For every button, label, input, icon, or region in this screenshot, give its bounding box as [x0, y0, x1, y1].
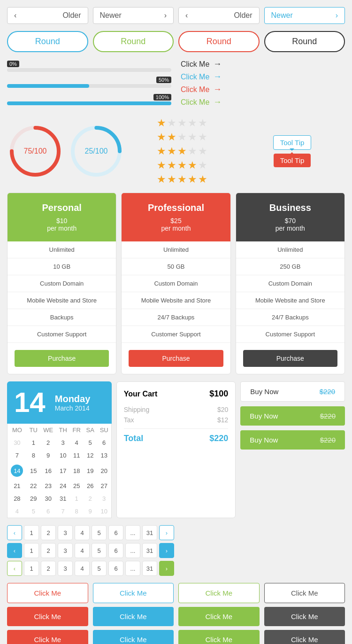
star[interactable]: ★: [157, 173, 166, 186]
page-next-2[interactable]: ›: [159, 543, 174, 558]
calendar-day-cell[interactable]: 14: [8, 462, 27, 480]
page-2-31[interactable]: 31: [142, 543, 157, 558]
calendar-day-cell[interactable]: 21: [8, 480, 27, 492]
clickme-outline-dark[interactable]: Click Me: [264, 583, 345, 603]
page-2-3[interactable]: 3: [58, 543, 73, 558]
progress-bar-bg-2[interactable]: [7, 84, 171, 88]
calendar-day-cell[interactable]: 24: [56, 480, 70, 492]
clickme-solid-red-2[interactable]: Click Me: [7, 630, 88, 644]
calendar-day-cell[interactable]: 10: [97, 505, 111, 518]
page-prev-3[interactable]: ‹: [7, 561, 22, 576]
calendar-day-cell[interactable]: 22: [27, 480, 40, 492]
star[interactable]: ★: [198, 159, 207, 171]
page-3-6[interactable]: 6: [108, 561, 123, 576]
calendar-day-cell[interactable]: 7: [56, 505, 70, 518]
clickme-black[interactable]: Click Me →: [181, 59, 345, 69]
star[interactable]: ★: [157, 117, 166, 129]
calendar-day-cell[interactable]: 19: [84, 462, 97, 480]
calendar-day-cell[interactable]: 6: [40, 505, 56, 518]
page-next-3[interactable]: ›: [159, 561, 174, 576]
page-1-31[interactable]: 31: [142, 525, 157, 540]
star[interactable]: ★: [167, 173, 176, 186]
calendar-day-cell[interactable]: 27: [97, 480, 111, 492]
page-3-3[interactable]: 3: [58, 561, 73, 576]
clickme-solid-dark-2[interactable]: Click Me: [264, 630, 345, 644]
calendar-day-cell[interactable]: 28: [8, 492, 27, 505]
clickme-solid-red-1[interactable]: Click Me: [7, 607, 88, 626]
calendar-day-cell[interactable]: 11: [70, 449, 84, 462]
calendar-day-cell[interactable]: 15: [27, 462, 40, 480]
calendar-day-cell[interactable]: 1: [70, 492, 84, 505]
calendar-day-cell[interactable]: 9: [84, 505, 97, 518]
older-btn-2[interactable]: ‹ Older: [178, 7, 260, 24]
round-btn-blue[interactable]: Round: [7, 31, 88, 52]
calendar-day-cell[interactable]: 4: [70, 436, 84, 449]
clickme-outline-red[interactable]: Click Me: [7, 583, 88, 603]
star[interactable]: ★: [198, 117, 207, 129]
calendar-day-cell[interactable]: 3: [56, 436, 70, 449]
page-3-5[interactable]: 5: [92, 561, 107, 576]
newer-btn-2[interactable]: Newer ›: [264, 7, 345, 24]
page-3-1[interactable]: 1: [24, 561, 39, 576]
page-1-6[interactable]: 6: [108, 525, 123, 540]
star[interactable]: ★: [198, 173, 207, 186]
calendar-day-cell[interactable]: 23: [40, 480, 56, 492]
calendar-day-cell[interactable]: 9: [40, 449, 56, 462]
page-2-2[interactable]: 2: [41, 543, 56, 558]
calendar-day-cell[interactable]: 5: [84, 436, 97, 449]
calendar-day-cell[interactable]: 6: [97, 436, 111, 449]
page-1-1[interactable]: 1: [24, 525, 39, 540]
older-btn-1[interactable]: ‹ Older: [7, 7, 88, 24]
star[interactable]: ★: [167, 159, 176, 171]
clickme-solid-blue-2[interactable]: Click Me: [93, 630, 174, 644]
purchase-professional-btn[interactable]: Purchase: [129, 350, 223, 367]
buynow-green-2[interactable]: Buy Now $220: [240, 430, 345, 450]
calendar-day-cell[interactable]: 17: [56, 462, 70, 480]
star[interactable]: ★: [177, 173, 187, 186]
clickme-blue[interactable]: Click Me →: [181, 72, 345, 82]
star[interactable]: ★: [188, 131, 197, 143]
star[interactable]: ★: [177, 131, 187, 143]
calendar-day-cell[interactable]: 5: [27, 505, 40, 518]
calendar-day-cell[interactable]: 12: [84, 449, 97, 462]
page-3-4[interactable]: 4: [75, 561, 90, 576]
clickme-solid-dark-1[interactable]: Click Me: [264, 607, 345, 626]
calendar-day-cell[interactable]: 18: [70, 462, 84, 480]
page-1-3[interactable]: 3: [58, 525, 73, 540]
star[interactable]: ★: [157, 145, 166, 157]
star[interactable]: ★: [167, 117, 176, 129]
page-3-2[interactable]: 2: [41, 561, 56, 576]
page-2-5[interactable]: 5: [92, 543, 107, 558]
page-1-5[interactable]: 5: [92, 525, 107, 540]
calendar-day-cell[interactable]: 31: [56, 492, 70, 505]
purchase-business-btn[interactable]: Purchase: [243, 350, 337, 367]
buynow-outline[interactable]: Buy Now $220: [240, 381, 345, 402]
calendar-day-cell[interactable]: 8: [70, 505, 84, 518]
page-next-1[interactable]: ›: [159, 525, 174, 540]
star[interactable]: ★: [167, 145, 176, 157]
clickme-solid-blue-1[interactable]: Click Me: [93, 607, 174, 626]
star[interactable]: ★: [188, 159, 197, 171]
calendar-day-cell[interactable]: 20: [97, 462, 111, 480]
calendar-day-cell[interactable]: 30: [40, 492, 56, 505]
star[interactable]: ★: [157, 159, 166, 171]
clickme-outline-green[interactable]: Click Me: [178, 583, 260, 603]
clickme-solid-green-1[interactable]: Click Me: [178, 607, 260, 626]
star[interactable]: ★: [198, 145, 207, 157]
calendar-day-cell[interactable]: 2: [84, 492, 97, 505]
calendar-day-cell[interactable]: 4: [8, 505, 27, 518]
calendar-day-cell[interactable]: 16: [40, 462, 56, 480]
progress-bar-bg-1[interactable]: [7, 68, 171, 72]
star[interactable]: ★: [188, 145, 197, 157]
page-prev-2[interactable]: ‹: [7, 543, 22, 558]
buynow-green-1[interactable]: Buy Now $220: [240, 406, 345, 426]
star[interactable]: ★: [188, 117, 197, 129]
calendar-day-cell[interactable]: 1: [27, 436, 40, 449]
clickme-red[interactable]: Click Me →: [181, 85, 345, 94]
star[interactable]: ★: [157, 131, 166, 143]
calendar-day-cell[interactable]: 25: [70, 480, 84, 492]
page-3-31[interactable]: 31: [142, 561, 157, 576]
page-1-4[interactable]: 4: [75, 525, 90, 540]
calendar-day-cell[interactable]: 8: [27, 449, 40, 462]
star[interactable]: ★: [177, 145, 187, 157]
